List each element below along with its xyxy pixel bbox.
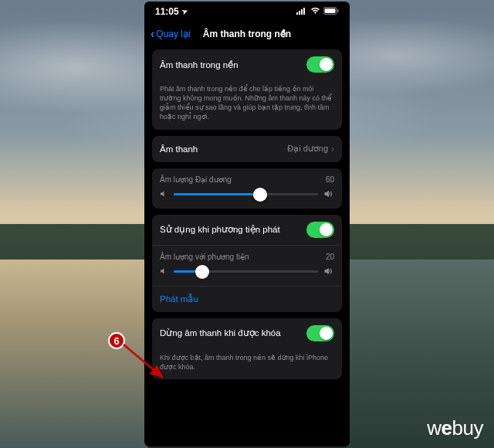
row-label: Sử dụng khi phương tiện phát: [160, 224, 280, 235]
footer-background-sound: Phát âm thanh trong nền để che lấp tiếng…: [152, 80, 342, 130]
wifi-icon: [310, 6, 320, 17]
watermark: webuy: [427, 416, 483, 440]
back-button[interactable]: ‹ Quay lại: [151, 27, 191, 41]
speaker-low-icon: [160, 267, 167, 277]
row-use-with-media[interactable]: Sử dụng khi phương tiện phát: [152, 215, 342, 245]
group-stop-when-locked: Dừng âm thanh khi được khóa Khi được bật…: [152, 318, 342, 379]
row-sound[interactable]: Âm thanh Đại dương ›: [152, 136, 342, 162]
content-scroll[interactable]: Âm thanh trong nền Phát âm thanh trong n…: [144, 46, 350, 446]
battery-icon: [323, 6, 339, 17]
row-value: Đại dương: [287, 144, 328, 154]
volume-slider[interactable]: [174, 193, 318, 195]
annotation-marker: 6: [108, 332, 125, 349]
chevron-right-icon: ›: [331, 144, 334, 154]
back-label: Quay lại: [156, 29, 190, 39]
background-water-left: [0, 260, 148, 448]
slider-value: 60: [326, 175, 334, 184]
row-play-sample[interactable]: Phát mẫu: [152, 286, 342, 312]
group-volume: Âm lượng Đại dương 60: [152, 168, 342, 209]
media-volume-slider[interactable]: [174, 270, 318, 273]
annotation-number: 6: [108, 332, 125, 349]
row-label: Âm thanh: [160, 144, 198, 154]
page-title: Âm thanh trong nền: [203, 29, 291, 39]
chevron-left-icon: ‹: [151, 27, 154, 41]
toggle-background-sound[interactable]: [306, 56, 334, 73]
location-icon: ➤: [181, 7, 189, 16]
svg-rect-6: [337, 9, 339, 12]
group-sound-select: Âm thanh Đại dương ›: [152, 136, 342, 162]
group-media: Sử dụng khi phương tiện phát Âm lượng vớ…: [152, 215, 342, 312]
group-background-sound-toggle: Âm thanh trong nền Phát âm thanh trong n…: [152, 49, 342, 130]
link-label: Phát mẫu: [160, 294, 198, 304]
svg-rect-2: [301, 9, 303, 15]
row-label: Âm thanh trong nền: [160, 59, 239, 70]
svg-rect-0: [296, 12, 298, 15]
slider-label: Âm lượng với phương tiện: [160, 253, 249, 261]
row-volume-media: Âm lượng với phương tiện 20: [152, 245, 342, 286]
speaker-low-icon: [160, 190, 167, 199]
toggle-use-with-media[interactable]: [306, 222, 334, 238]
status-time: 11:05: [155, 6, 179, 17]
slider-label: Âm lượng Đại dương: [160, 175, 232, 184]
signal-icon: [296, 6, 307, 17]
row-background-sound[interactable]: Âm thanh trong nền: [152, 49, 342, 80]
speaker-high-icon: [324, 267, 334, 277]
slider-value: 20: [326, 253, 334, 261]
footer-stop-when-locked: Khi được bật, âm thanh trong nền sẽ dừng…: [152, 348, 342, 379]
phone-frame: 11:05 ➤ ‹ Quay lại Âm thanh trong nền Âm…: [144, 2, 350, 446]
watermark-buy: buy: [452, 416, 483, 440]
toggle-stop-when-locked[interactable]: [306, 325, 334, 341]
watermark-e: e: [442, 416, 452, 440]
row-volume-ocean: Âm lượng Đại dương 60: [152, 168, 342, 209]
svg-rect-1: [299, 11, 300, 15]
svg-rect-3: [303, 8, 305, 15]
speaker-high-icon: [324, 190, 334, 199]
status-bar: 11:05 ➤: [144, 2, 350, 22]
row-stop-when-locked[interactable]: Dừng âm thanh khi được khóa: [152, 318, 342, 348]
watermark-w: w: [427, 416, 441, 440]
nav-bar: ‹ Quay lại Âm thanh trong nền: [144, 22, 350, 46]
row-label: Dừng âm thanh khi được khóa: [160, 328, 281, 338]
svg-rect-5: [325, 8, 336, 13]
